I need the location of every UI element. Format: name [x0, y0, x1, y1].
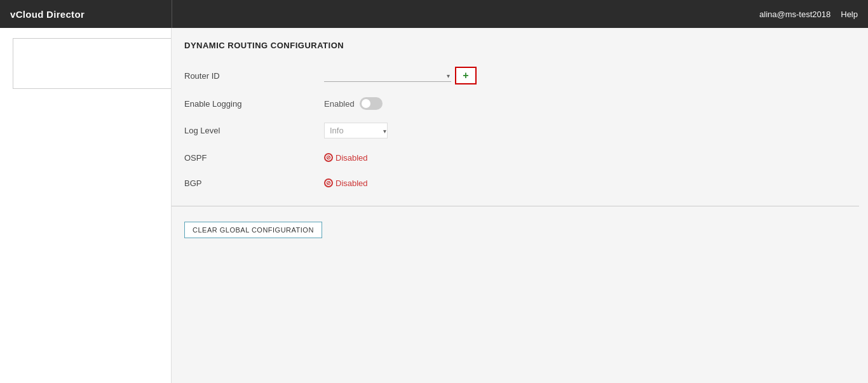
logging-toggle[interactable]	[360, 97, 383, 110]
ospf-status: ⊘ Disabled	[324, 153, 368, 163]
bgp-status-text: Disabled	[336, 178, 368, 188]
enabled-text: Enabled	[324, 99, 355, 109]
log-level-select[interactable]: Info Emergency Alert Critical Error Warn…	[324, 123, 388, 138]
app-brand: vCloud Director	[10, 9, 85, 20]
log-level-dropdown-wrapper: Info Emergency Alert Critical Error Warn…	[324, 123, 388, 138]
section-divider	[172, 206, 859, 206]
topbar-right: alina@ms-test2018 Help	[759, 10, 858, 19]
help-link[interactable]: Help	[841, 10, 858, 19]
enable-logging-label: Enable Logging	[184, 99, 324, 109]
content-area: DYNAMIC ROUTING CONFIGURATION Router ID …	[172, 28, 868, 383]
log-level-control: Info Emergency Alert Critical Error Warn…	[324, 123, 388, 138]
enable-logging-control: Enabled	[324, 97, 383, 110]
user-info: alina@ms-test2018	[759, 10, 831, 19]
log-level-row: Log Level Info Emergency Alert Critical …	[172, 116, 859, 145]
ospf-status-text: Disabled	[336, 153, 368, 163]
add-router-id-button[interactable]: +	[455, 67, 477, 84]
section-title: DYNAMIC ROUTING CONFIGURATION	[172, 28, 859, 60]
topbar: vCloud Director alina@ms-test2018 Help	[0, 0, 868, 28]
enable-logging-row: Enable Logging Enabled	[172, 91, 859, 116]
toggle-slider	[360, 97, 383, 110]
bgp-row: BGP ⊘ Disabled	[172, 170, 859, 196]
bgp-status: ⊘ Disabled	[324, 178, 368, 188]
bgp-disabled-icon: ⊘	[324, 178, 333, 187]
ospf-row: OSPF ⊘ Disabled	[172, 145, 859, 170]
text-area-input[interactable]	[13, 38, 172, 89]
bgp-label: BGP	[184, 178, 324, 188]
router-id-row: Router ID ▾ +	[172, 60, 859, 91]
clear-global-config-button[interactable]: CLEAR GLOBAL CONFIGURATION	[184, 222, 322, 238]
ospf-control: ⊘ Disabled	[324, 153, 368, 163]
plus-icon: +	[463, 71, 468, 81]
bgp-control: ⊘ Disabled	[324, 178, 368, 188]
router-id-select[interactable]	[324, 69, 451, 82]
main-wrapper: DYNAMIC ROUTING CONFIGURATION Router ID …	[0, 28, 868, 383]
log-level-label: Log Level	[184, 126, 324, 135]
ospf-label: OSPF	[184, 153, 324, 163]
router-id-control: ▾ +	[324, 67, 477, 84]
left-panel	[0, 28, 172, 383]
router-id-label: Router ID	[184, 71, 324, 81]
topbar-divider	[172, 0, 172, 28]
ospf-disabled-icon: ⊘	[324, 153, 333, 162]
router-id-dropdown-wrapper: ▾	[324, 69, 451, 82]
